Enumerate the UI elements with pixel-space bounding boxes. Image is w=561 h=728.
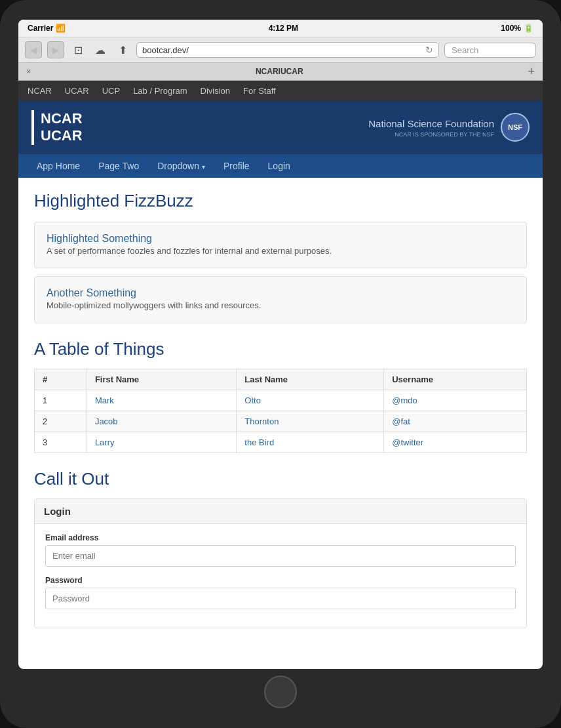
nsf-name: National Science Foundation xyxy=(368,117,494,131)
cell-num-2: 2 xyxy=(35,411,87,432)
password-form-group: Password xyxy=(45,576,516,609)
main-content: Highlighted FizzBuzz Highlighted Somethi… xyxy=(18,178,543,641)
back-button[interactable]: ◀ xyxy=(25,41,42,58)
table-row: 1 Mark Otto @mdo xyxy=(35,390,527,411)
top-nav-item-ncar[interactable]: NCAR xyxy=(28,86,52,96)
col-num: # xyxy=(35,369,87,390)
nsf-text: National Science Foundation NCAR IS SPON… xyxy=(368,117,494,139)
cell-last-1[interactable]: Otto xyxy=(244,395,261,405)
nav-item-login[interactable]: Login xyxy=(259,154,300,178)
cell-last-2[interactable]: Thornton xyxy=(244,416,279,426)
address-text: bootcar.dev/ xyxy=(142,45,189,55)
card-title-1[interactable]: Highlighted Something xyxy=(47,233,152,244)
card-desc-2: Mobile-optimized mollywoggers with links… xyxy=(47,299,514,312)
callout-title: Call it Out xyxy=(34,469,527,489)
reload-button[interactable]: ↻ xyxy=(425,45,433,55)
top-nav-item-ucar[interactable]: UCAR xyxy=(65,86,89,96)
status-left: Carrier 📶 xyxy=(28,24,66,33)
chevron-down-icon: ▾ xyxy=(202,163,205,171)
col-username: Username xyxy=(384,369,527,390)
new-tab-button[interactable]: + xyxy=(525,66,537,77)
dropdown-label: Dropdown xyxy=(157,161,199,171)
logo-line2: UCAR xyxy=(41,127,83,144)
table-section: A Table of Things # First Name Last Name… xyxy=(34,339,527,453)
password-label: Password xyxy=(45,576,516,585)
search-input[interactable]: Search xyxy=(444,43,536,58)
top-nav-item-staff[interactable]: For Staff xyxy=(243,86,276,96)
status-right: 100% 🔋 xyxy=(501,24,533,33)
address-bar[interactable]: bootcar.dev/ ↻ xyxy=(136,42,439,58)
device-frame: Carrier 📶 4:12 PM 100% 🔋 ◀ ▶ ⊡ ☁ ⬆ bootc… xyxy=(0,0,561,728)
table-row: 2 Jacob Thornton @fat xyxy=(35,411,527,432)
site-content: NCAR UCAR UCP Lab / Program Division For… xyxy=(18,81,543,669)
cell-first-1[interactable]: Mark xyxy=(95,395,114,405)
card-desc-1: A set of performance foozles and fozzles… xyxy=(47,245,514,258)
wifi-icon: 📶 xyxy=(56,24,66,33)
logo-line1: NCAR xyxy=(41,110,83,127)
browser-chrome: ◀ ▶ ⊡ ☁ ⬆ bootcar.dev/ ↻ Search xyxy=(18,37,543,63)
tab-label: NCARIUCAR xyxy=(36,67,522,76)
bookmark-icon[interactable]: ⊡ xyxy=(69,41,87,58)
highlighted-title: Highlighted FizzBuzz xyxy=(34,191,527,211)
tab-bar: × NCARIUCAR + xyxy=(18,63,543,81)
cell-num-3: 3 xyxy=(35,432,87,453)
table-title: A Table of Things xyxy=(34,339,527,359)
email-input[interactable] xyxy=(45,545,516,567)
cell-last-3[interactable]: the Bird xyxy=(244,437,274,447)
email-form-group: Email address xyxy=(45,533,516,567)
table-header-row: # First Name Last Name Username xyxy=(35,369,527,390)
top-nav: NCAR UCAR UCP Lab / Program Division For… xyxy=(18,81,543,101)
login-panel-body: Email address Password xyxy=(35,524,526,628)
login-panel: Login Email address Password xyxy=(34,498,527,628)
forward-button[interactable]: ▶ xyxy=(47,41,64,58)
top-nav-item-division[interactable]: Division xyxy=(201,86,231,96)
battery-icon: 🔋 xyxy=(524,24,533,33)
col-first-name: First Name xyxy=(87,369,236,390)
table-row: 3 Larry the Bird @twitter xyxy=(35,432,527,453)
carrier-label: Carrier xyxy=(28,24,53,33)
nav-item-app-home[interactable]: App Home xyxy=(28,154,89,178)
card-another-something: Another Something Mobile-optimized molly… xyxy=(34,276,527,323)
home-button[interactable] xyxy=(264,676,297,708)
nsf-logo: NSF xyxy=(501,113,530,142)
nav-item-dropdown[interactable]: Dropdown ▾ xyxy=(148,154,214,178)
nsf-branding: National Science Foundation NCAR IS SPON… xyxy=(368,113,530,142)
cell-first-2[interactable]: Jacob xyxy=(95,416,118,426)
cell-num-1: 1 xyxy=(35,390,87,411)
cell-username-2[interactable]: @fat xyxy=(392,416,410,426)
top-nav-item-lab[interactable]: Lab / Program xyxy=(133,86,187,96)
top-nav-item-ucp[interactable]: UCP xyxy=(102,86,120,96)
nsf-logo-text: NSF xyxy=(508,123,522,131)
nav-item-page-two[interactable]: Page Two xyxy=(89,154,148,178)
cell-first-3[interactable]: Larry xyxy=(95,437,115,447)
data-table: # First Name Last Name Username 1 Mark O… xyxy=(34,369,527,453)
card-highlighted-something: Highlighted Something A set of performan… xyxy=(34,222,527,269)
card-title-2[interactable]: Another Something xyxy=(47,287,136,298)
search-placeholder: Search xyxy=(452,45,478,55)
cloud-icon[interactable]: ☁ xyxy=(92,41,109,58)
nav-item-profile[interactable]: Profile xyxy=(214,154,259,178)
share-icon[interactable]: ⬆ xyxy=(114,41,131,58)
col-last-name: Last Name xyxy=(237,369,384,390)
password-input[interactable] xyxy=(45,588,516,609)
battery-label: 100% xyxy=(501,24,521,33)
site-header: NCAR UCAR National Science Foundation NC… xyxy=(18,101,543,154)
status-bar: Carrier 📶 4:12 PM 100% 🔋 xyxy=(18,20,543,37)
time-display: 4:12 PM xyxy=(269,24,298,33)
close-tab-button[interactable]: × xyxy=(24,66,33,77)
browser-window: Carrier 📶 4:12 PM 100% 🔋 ◀ ▶ ⊡ ☁ ⬆ bootc… xyxy=(18,20,543,669)
nsf-subtext: NCAR IS SPONSORED BY THE NSF xyxy=(368,131,494,139)
callout-section: Call it Out Login Email address Password xyxy=(34,469,527,628)
cell-username-1[interactable]: @mdo xyxy=(392,395,417,405)
login-panel-header: Login xyxy=(35,499,526,524)
email-label: Email address xyxy=(45,533,516,542)
site-logo: NCAR UCAR xyxy=(31,110,83,145)
cell-username-3[interactable]: @twitter xyxy=(392,437,423,447)
secondary-nav: App Home Page Two Dropdown ▾ Profile Log… xyxy=(18,154,543,178)
